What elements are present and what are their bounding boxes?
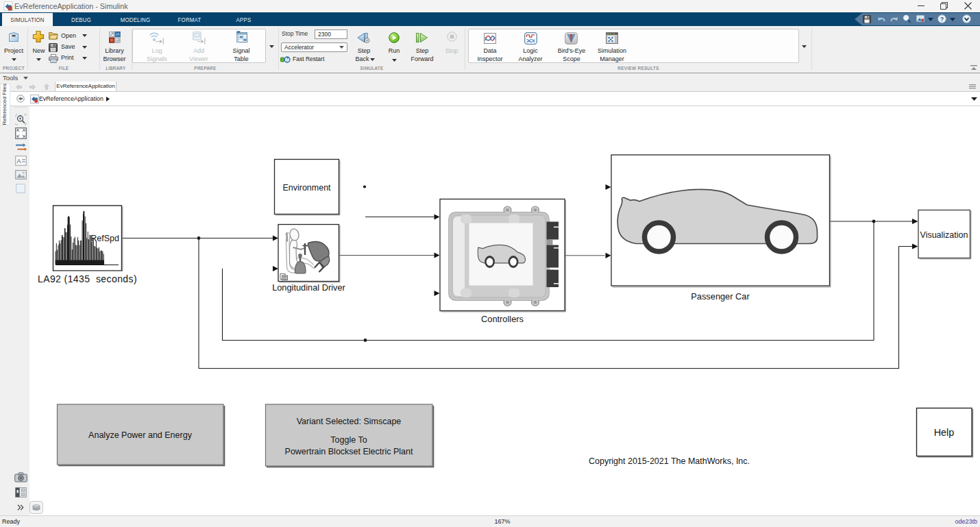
svg-text:Powertrain Blockset Electric P: Powertrain Blockset Electric Plant <box>285 447 413 456</box>
svg-text:Help: Help <box>934 427 955 438</box>
svg-text:Visualization: Visualization <box>920 230 968 240</box>
svg-text:Variant Selected: Simscape: Variant Selected: Simscape <box>297 417 402 426</box>
svg-text:A: A <box>17 158 21 164</box>
svg-text:Passenger Car: Passenger Car <box>691 291 750 302</box>
svg-text:Controllers: Controllers <box>481 314 524 324</box>
svg-text:RefSpd: RefSpd <box>90 234 119 243</box>
svg-text:Toggle To: Toggle To <box>330 435 367 445</box>
svg-text:?: ? <box>940 16 944 23</box>
svg-text:Longitudinal Driver: Longitudinal Driver <box>272 282 345 293</box>
svg-text:Copyright 2015-2021 The MathWo: Copyright 2015-2021 The MathWorks, Inc. <box>589 456 750 466</box>
svg-text:Analyze Power and Energy: Analyze Power and Energy <box>88 430 193 440</box>
svg-text:LA92 (1435 seconds): LA92 (1435 seconds) <box>38 273 137 284</box>
svg-text:Environment: Environment <box>282 183 331 193</box>
